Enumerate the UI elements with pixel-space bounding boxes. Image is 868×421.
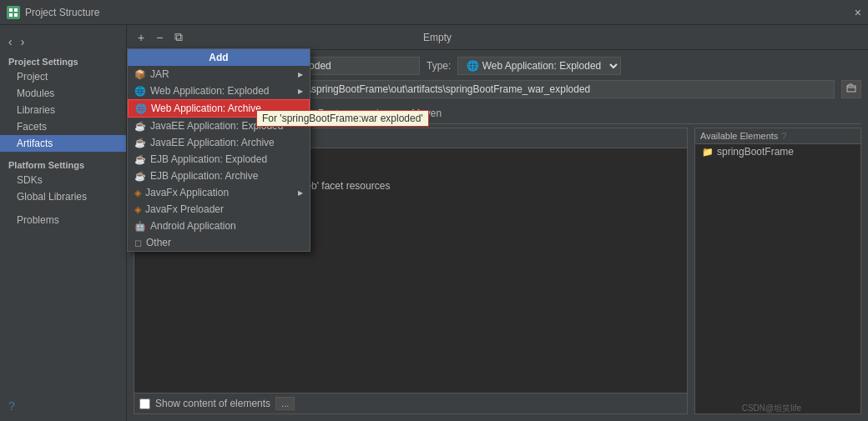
dropdown-item-javafx[interactable]: ◈ JavaFx Application xyxy=(128,184,310,201)
app-icon xyxy=(7,6,20,19)
close-button[interactable]: × xyxy=(855,6,861,19)
svg-rect-2 xyxy=(9,13,13,17)
add-button[interactable]: + xyxy=(134,29,149,46)
help-button[interactable]: ? xyxy=(8,399,15,413)
sidebar-item-facets[interactable]: Facets xyxy=(0,118,126,135)
project-settings-header: Project Settings xyxy=(0,53,126,68)
remove-button[interactable]: − xyxy=(152,29,167,46)
ejb-exploded-icon: ☕ xyxy=(134,154,146,165)
title-bar-left: Project Structure xyxy=(7,6,99,19)
window-title: Project Structure xyxy=(25,7,99,18)
forward-button[interactable]: › xyxy=(18,33,28,50)
sidebar-item-problems[interactable]: Problems xyxy=(0,212,126,228)
svg-rect-3 xyxy=(14,13,18,17)
other-icon: ◻ xyxy=(134,238,142,248)
sidebar-item-modules[interactable]: Modules xyxy=(0,85,126,102)
javafx-icon: ◈ xyxy=(134,188,141,198)
sidebar-item-artifacts[interactable]: Artifacts xyxy=(0,135,126,152)
ejb-archive-icon: ☕ xyxy=(134,171,146,182)
android-icon: 🤖 xyxy=(134,221,146,232)
sidebar-item-sdks[interactable]: SDKs xyxy=(0,172,126,188)
available-elements-panel: Available Elements ? 📁 springBootFrame xyxy=(694,128,861,414)
platform-settings-header: Platform Settings xyxy=(0,157,126,172)
dropdown-item-javaee-archive[interactable]: ☕ JavaEE Application: Archive xyxy=(128,134,310,151)
web-exploded-icon: 🌐 xyxy=(134,86,146,97)
add-dropdown-menu: Add 📦 JAR 🌐 Web Application: Exploded 🌐 … xyxy=(127,48,310,252)
show-content-label: Show content of elements xyxy=(155,398,270,409)
svg-rect-0 xyxy=(9,8,13,12)
show-content-checkbox[interactable] xyxy=(139,398,150,409)
dropdown-item-ejb-exploded[interactable]: ☕ EJB Application: Exploded xyxy=(128,151,310,168)
type-select[interactable]: 🌐 Web Application: Exploded xyxy=(457,57,621,75)
empty-label: Empty xyxy=(423,32,452,43)
show-content-browse-button[interactable]: ... xyxy=(275,397,295,410)
browse-output-dir-button[interactable] xyxy=(841,80,861,98)
back-button[interactable]: ‹ xyxy=(5,33,16,50)
sidebar-item-libraries[interactable]: Libraries xyxy=(0,102,126,118)
artifacts-toolbar: + − ⧉ Add 📦 JAR 🌐 Web Application: Explo… xyxy=(127,25,868,50)
dropdown-item-android[interactable]: 🤖 Android Application xyxy=(128,218,310,234)
sidebar: ‹ › Project Settings Project Modules Lib… xyxy=(0,25,127,421)
javaee-archive-icon: ☕ xyxy=(134,138,146,148)
main-container: ‹ › Project Settings Project Modules Lib… xyxy=(0,25,868,421)
content-area: + − ⧉ Add 📦 JAR 🌐 Web Application: Explo… xyxy=(127,25,868,421)
jar-icon: 📦 xyxy=(134,69,146,80)
watermark: CSDN@坦笑life xyxy=(742,403,801,414)
tooltip-box: For 'springBootFrame:war exploded' xyxy=(256,110,429,127)
web-archive-icon: 🌐 xyxy=(135,103,147,114)
springbootframe-icon: 📁 xyxy=(702,147,714,158)
sidebar-item-global-libraries[interactable]: Global Libraries xyxy=(0,188,126,205)
dropdown-item-javafx-preloader[interactable]: ◈ JavaFx Preloader xyxy=(128,201,310,218)
svg-rect-4 xyxy=(847,86,855,92)
javafx-preloader-icon: ◈ xyxy=(134,204,141,215)
copy-button[interactable]: ⧉ xyxy=(170,28,187,46)
dropdown-header: Add xyxy=(128,49,310,66)
sidebar-item-project[interactable]: Project xyxy=(0,68,126,85)
dropdown-item-web-exploded[interactable]: 🌐 Web Application: Exploded xyxy=(128,83,310,99)
dropdown-item-ejb-archive[interactable]: ☕ EJB Application: Archive xyxy=(128,168,310,184)
javaee-exploded-icon: ☕ xyxy=(134,121,146,132)
dropdown-item-other[interactable]: ◻ Other xyxy=(128,234,310,251)
dropdown-item-jar[interactable]: 📦 JAR xyxy=(128,66,310,83)
title-bar: Project Structure × xyxy=(0,0,868,25)
available-item-springbootframe[interactable]: 📁 springBootFrame xyxy=(695,144,860,159)
available-elements-header: Available Elements ? xyxy=(695,128,860,144)
svg-rect-1 xyxy=(14,8,18,12)
type-label: Type: xyxy=(426,60,451,72)
